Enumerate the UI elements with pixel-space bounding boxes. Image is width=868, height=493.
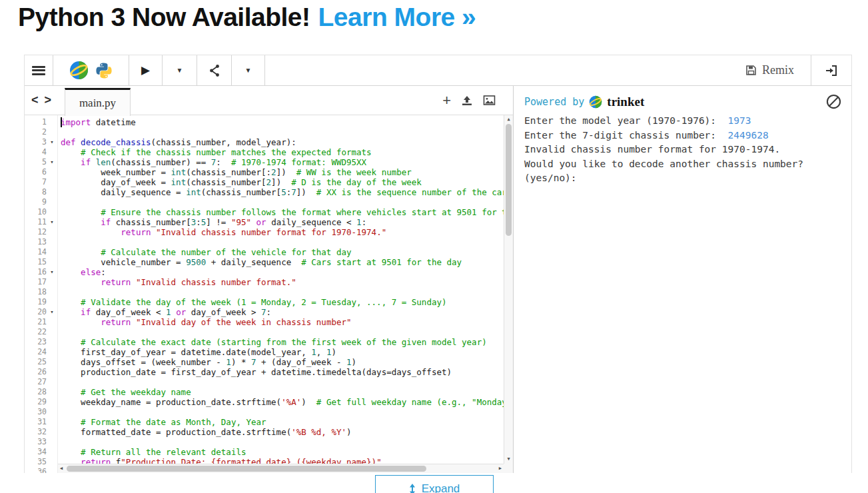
code-line[interactable]: def decode_chassis(chassis_number, model… (61, 137, 504, 147)
tab-label: main.py (79, 97, 116, 110)
console-text: (yes/no): (524, 173, 582, 183)
share-options-button[interactable]: ▼ (232, 55, 265, 85)
gutter-row: 11▾ (25, 217, 57, 227)
code-line[interactable]: # Calculate the number of the vehicle fo… (61, 247, 504, 257)
line-number: 14 (25, 247, 47, 257)
code-line[interactable]: import datetime (61, 117, 504, 127)
console-input-echo: 2449628 (722, 130, 769, 141)
gutter-row: 24 (25, 347, 57, 357)
line-number: 16 (25, 267, 47, 277)
line-number: 9 (25, 197, 47, 207)
gutter-row: 20▾ (25, 307, 57, 317)
code-line[interactable] (61, 287, 504, 297)
scroll-right-icon[interactable]: ▶ (499, 466, 502, 471)
upload-file-button[interactable] (461, 95, 473, 107)
line-number: 10 (25, 207, 47, 217)
tabs-scroll-right-icon[interactable]: > (45, 93, 52, 107)
code-line[interactable] (61, 237, 504, 247)
output-pane: Powered by trinket Enter the model (514, 86, 851, 473)
fold-toggle-icon[interactable]: ▾ (47, 159, 57, 165)
line-number: 26 (25, 367, 47, 377)
output-header: Powered by trinket (514, 86, 851, 113)
sign-in-button[interactable] (811, 55, 851, 85)
code-line[interactable]: # Return all the relevant details (61, 447, 504, 457)
code-line[interactable]: if chassis_number[3:5] != "95" or daily_… (61, 217, 504, 227)
gutter-row: 15 (25, 257, 57, 267)
code-line[interactable] (61, 407, 504, 417)
trinket-wordmark[interactable]: trinket (607, 95, 644, 109)
code-line[interactable] (61, 377, 504, 387)
code-line[interactable]: # Calculate the exact date (starting fro… (61, 337, 504, 347)
code-line[interactable]: daily_sequence = int(chassis_number[5:7]… (61, 187, 504, 197)
run-button[interactable]: ▶ (129, 55, 163, 85)
code-line[interactable]: return "Invalid chassis number format fo… (61, 227, 504, 237)
code-line[interactable]: days_offset = (week_number - 1) * 7 + (d… (61, 357, 504, 367)
code-editor[interactable]: 123▾45▾67891011▾1213141516▾17181920▾2122… (25, 115, 513, 473)
code-line[interactable]: return f"Production Date: {formatted_dat… (61, 457, 504, 464)
learn-more-link[interactable]: Learn More » (318, 3, 476, 31)
code-line[interactable]: vehicle_number = 9500 + daily_sequence #… (61, 257, 504, 267)
code-line[interactable] (61, 127, 504, 137)
code-line[interactable]: # Get the weekday name (61, 387, 504, 397)
tab-main-py[interactable]: main.py (65, 88, 131, 116)
add-file-button[interactable]: + (442, 93, 451, 108)
line-number: 2 (25, 127, 47, 137)
code-line[interactable] (61, 437, 504, 447)
stop-execution-icon[interactable] (825, 93, 842, 110)
add-image-button[interactable] (483, 95, 496, 106)
horizontal-scrollbar[interactable]: ◀ ▶ (58, 464, 504, 473)
code-line[interactable]: production_date = first_day_of_year + da… (61, 367, 504, 377)
gutter-row: 36 (25, 467, 57, 473)
code-line[interactable]: if len(chassis_number) == 7: # 1970-1974… (61, 157, 504, 167)
code-line[interactable]: formatted_date = production_date.strftim… (61, 427, 504, 437)
code-line[interactable]: # Ensure the chassis number follows the … (61, 207, 504, 217)
code-line[interactable]: # Format the date as Month, Day, Year (61, 417, 504, 427)
code-line[interactable] (61, 197, 504, 207)
menu-button[interactable] (25, 55, 53, 85)
scroll-down-icon[interactable]: ▼ (504, 457, 513, 462)
language-logos (53, 55, 129, 85)
code-line[interactable]: # Check if the chassis number matches th… (61, 147, 504, 157)
gutter-row: 5▾ (25, 157, 57, 167)
toolbar-spacer (265, 55, 729, 85)
run-options-button[interactable]: ▼ (163, 55, 197, 85)
fold-toggle-icon[interactable]: ▾ (47, 269, 57, 275)
console-line: Would you like to decode another chassis… (524, 157, 841, 172)
code-line[interactable] (61, 327, 504, 337)
code-line[interactable]: else: (61, 267, 504, 277)
code-line[interactable]: if day_of_week < 1 or day_of_week > 7: (61, 307, 504, 317)
code-line[interactable]: day_of_week = int(chassis_number[2]) # D… (61, 177, 504, 187)
code-lines: import datetimedef decode_chassis(chassi… (58, 115, 504, 464)
code-line[interactable]: weekday_name = production_date.strftime(… (61, 397, 504, 407)
line-number: 32 (25, 427, 47, 437)
console-output[interactable]: Enter the model year (1970-1976): 1973En… (514, 113, 851, 186)
horizontal-scrollbar-thumb[interactable] (67, 466, 426, 472)
code-line[interactable]: first_day_of_year = datetime.date(model_… (61, 347, 504, 357)
expand-label: Expand (422, 482, 460, 493)
share-button[interactable] (197, 55, 232, 85)
main-area: < > main.py + (25, 86, 851, 473)
line-number: 4 (25, 147, 47, 157)
code-line[interactable]: # Validate the day of the week (1 = Mond… (61, 297, 504, 307)
gutter-row: 22 (25, 327, 57, 337)
tabs-scroll-left-icon[interactable]: < (31, 93, 39, 107)
gutter-row: 30 (25, 407, 57, 417)
expand-button[interactable]: Expand (375, 475, 494, 493)
console-text: Enter the 7-digit chassis number: (524, 130, 722, 141)
line-number: 33 (25, 437, 47, 447)
remix-button[interactable]: Remix (729, 55, 811, 85)
code-line[interactable]: week_number = int(chassis_number[:2]) # … (61, 167, 504, 177)
gutter-row: 19 (25, 297, 57, 307)
code-line[interactable]: return "Invalid day of the week in chass… (61, 317, 504, 327)
fold-toggle-icon[interactable]: ▾ (47, 139, 57, 145)
fold-toggle-icon[interactable]: ▾ (47, 309, 57, 315)
line-number: 3 (25, 137, 47, 147)
code-line[interactable]: return "Invalid chassis number format." (61, 277, 504, 287)
fold-toggle-icon[interactable]: ▾ (47, 219, 57, 225)
vertical-scrollbar-thumb[interactable] (506, 124, 512, 236)
scroll-left-icon[interactable]: ◀ (60, 466, 63, 471)
scroll-up-icon[interactable]: ▲ (504, 117, 513, 122)
line-number: 18 (25, 287, 47, 297)
vertical-scrollbar[interactable]: ▲ ▼ (504, 115, 513, 464)
line-number: 27 (25, 377, 47, 387)
